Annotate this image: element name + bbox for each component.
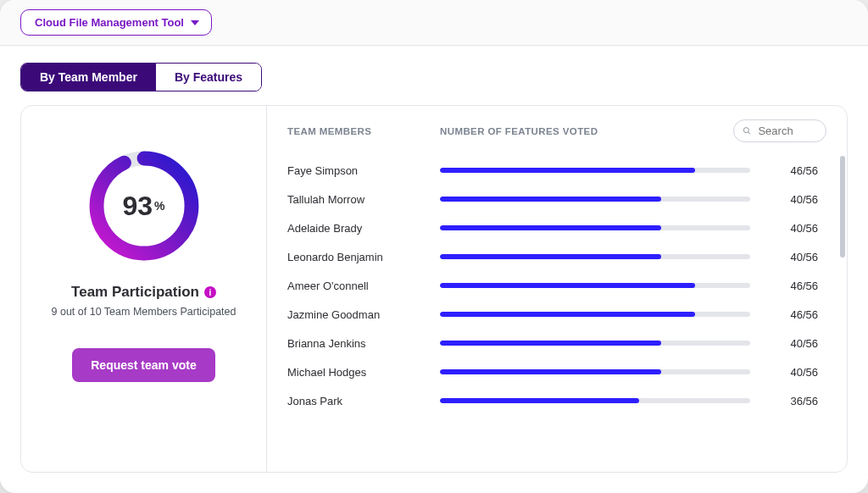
scrollbar[interactable]	[838, 152, 847, 472]
member-name: Leonardo Benjamin	[287, 251, 423, 263]
participation-card: 93% Team Participation i 9 out of 10 Tea…	[20, 105, 848, 473]
members-list-wrap: Faye Simpson46/56Tallulah Morrow40/56Ade…	[267, 152, 847, 472]
tab-features[interactable]: By Features	[156, 64, 261, 91]
col-header-voted: NUMBER OF FEATURES VOTED	[440, 126, 716, 136]
donut-center-label: 93%	[85, 147, 203, 265]
member-name: Faye Simpson	[287, 164, 423, 177]
participation-percent: 93	[122, 191, 153, 222]
members-panel: TEAM MEMBERS NUMBER OF FEATURES VOTED Fa…	[267, 106, 847, 472]
participation-panel: 93% Team Participation i 9 out of 10 Tea…	[21, 106, 267, 472]
vote-bar-fill	[440, 312, 695, 317]
participation-subtitle: 9 out of 10 Team Members Participated	[52, 306, 236, 318]
vote-bar-cell	[440, 283, 750, 288]
vote-bar-fill	[440, 283, 695, 288]
vote-bar-cell	[440, 168, 750, 173]
search-input[interactable]	[756, 124, 817, 138]
member-row[interactable]: Ameer O'connell46/56	[287, 271, 818, 300]
vote-bar-cell	[440, 225, 750, 230]
member-row[interactable]: Leonardo Benjamin40/56	[287, 242, 818, 271]
vote-count: 40/56	[767, 366, 818, 379]
members-header-row: TEAM MEMBERS NUMBER OF FEATURES VOTED	[267, 106, 847, 152]
vote-bar-track	[440, 225, 750, 230]
page: Cloud File Management Tool By Team Membe…	[0, 0, 868, 493]
vote-count: 36/56	[767, 395, 818, 407]
participation-title: Team Participation	[71, 284, 199, 301]
vote-bar-cell	[440, 398, 750, 403]
participation-title-row: Team Participation i	[71, 284, 216, 301]
content: 93% Team Participation i 9 out of 10 Tea…	[0, 91, 868, 493]
member-name: Brianna Jenkins	[287, 337, 423, 350]
vote-count: 40/56	[767, 222, 818, 235]
vote-bar-fill	[440, 254, 661, 259]
vote-count: 40/56	[767, 193, 818, 206]
vote-bar-cell	[440, 254, 750, 259]
vote-bar-track	[440, 369, 750, 374]
member-name: Ameer O'connell	[287, 280, 423, 292]
member-row[interactable]: Adelaide Brady40/56	[287, 213, 818, 242]
scrollbar-thumb[interactable]	[840, 156, 845, 258]
tab-features-label: By Features	[175, 70, 242, 84]
vote-bar-track	[440, 312, 750, 317]
vote-bar-cell	[440, 369, 750, 374]
tab-group: By Team Member By Features	[20, 63, 262, 91]
tab-team-member-label: By Team Member	[40, 70, 137, 84]
tabs-row: By Team Member By Features	[0, 46, 868, 91]
col-header-members: TEAM MEMBERS	[287, 126, 423, 136]
member-name: Adelaide Brady	[287, 222, 423, 235]
vote-bar-track	[440, 341, 750, 346]
svg-point-2	[743, 128, 748, 133]
member-name: Tallulah Morrow	[287, 193, 423, 206]
member-name: Jonas Park	[287, 395, 423, 407]
vote-bar-fill	[440, 197, 661, 202]
vote-bar-track	[440, 254, 750, 259]
vote-bar-fill	[440, 341, 661, 346]
members-list: Faye Simpson46/56Tallulah Morrow40/56Ade…	[267, 152, 838, 472]
vote-count: 46/56	[767, 308, 818, 321]
member-name: Jazmine Goodman	[287, 308, 423, 321]
vote-bar-fill	[440, 168, 695, 173]
vote-count: 40/56	[767, 337, 818, 350]
svg-line-3	[748, 132, 751, 135]
member-row[interactable]: Jazmine Goodman46/56	[287, 300, 818, 329]
vote-bar-cell	[440, 197, 750, 202]
chevron-down-icon	[191, 20, 199, 25]
tab-team-member[interactable]: By Team Member	[21, 64, 156, 91]
vote-bar-cell	[440, 312, 750, 317]
vote-bar-track	[440, 398, 750, 403]
vote-bar-fill	[440, 225, 661, 230]
percent-symbol: %	[154, 199, 164, 213]
search-box[interactable]	[733, 119, 826, 142]
top-bar: Cloud File Management Tool	[0, 0, 868, 46]
member-name: Michael Hodges	[287, 366, 423, 379]
request-team-vote-label: Request team vote	[91, 358, 196, 372]
product-dropdown[interactable]: Cloud File Management Tool	[20, 9, 212, 36]
vote-bar-fill	[440, 398, 639, 403]
vote-bar-cell	[440, 341, 750, 346]
member-row[interactable]: Faye Simpson46/56	[287, 156, 818, 185]
vote-count: 40/56	[767, 251, 818, 263]
vote-bar-track	[440, 168, 750, 173]
member-row[interactable]: Jonas Park36/56	[287, 386, 818, 415]
member-row[interactable]: Tallulah Morrow40/56	[287, 185, 818, 213]
product-dropdown-label: Cloud File Management Tool	[35, 16, 184, 29]
member-row[interactable]: Brianna Jenkins40/56	[287, 329, 818, 357]
vote-bar-fill	[440, 369, 661, 374]
vote-bar-track	[440, 197, 750, 202]
search-icon	[743, 125, 751, 136]
request-team-vote-button[interactable]: Request team vote	[72, 348, 214, 382]
info-icon[interactable]: i	[204, 286, 216, 298]
participation-donut: 93%	[85, 147, 203, 265]
vote-bar-track	[440, 283, 750, 288]
vote-count: 46/56	[767, 164, 818, 177]
vote-count: 46/56	[767, 280, 818, 292]
member-row[interactable]: Michael Hodges40/56	[287, 357, 818, 386]
